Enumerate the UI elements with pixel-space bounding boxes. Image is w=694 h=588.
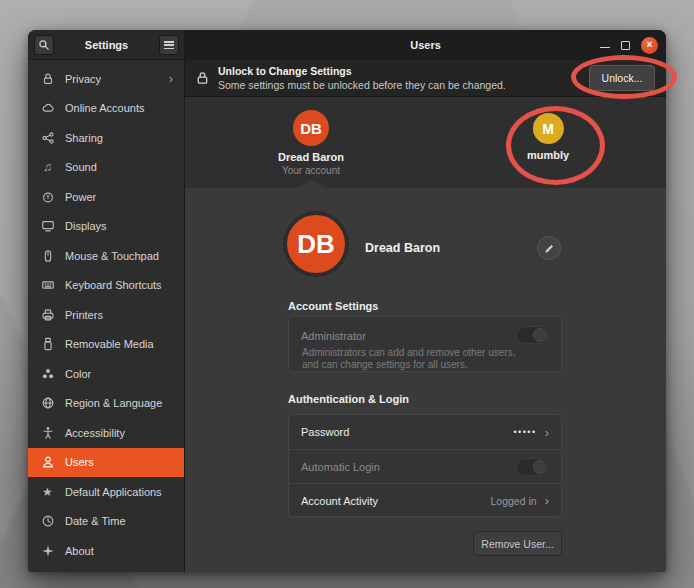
toggle-knob [533,328,547,342]
sidebar-item-date-time[interactable]: Date & Time [28,507,185,537]
hamburger-icon [164,41,174,49]
sidebar-item-keyboard-shortcuts[interactable]: Keyboard Shortcuts [28,271,185,301]
sidebar-item-label: Accessibility [65,427,125,439]
avatar: M [533,113,564,144]
sidebar-item-sharing[interactable]: Sharing [28,123,185,153]
automatic-login-toggle[interactable] [516,458,549,476]
color-icon [40,366,55,381]
infobar-text: Unlock to Change Settings Some settings … [218,65,506,91]
power-icon [40,189,55,204]
sidebar-item-label: Color [65,368,91,380]
sidebar-item-label: Region & Language [65,397,162,409]
account-activity-value: Logged in [491,495,537,507]
sidebar-item-removable-media[interactable]: Removable Media [28,330,185,360]
infobar-title: Unlock to Change Settings [218,65,506,77]
cloud-icon [40,101,55,116]
settings-window: Settings Privacy Online Accounts Shari [28,30,666,572]
sidebar-item-label: Users [65,456,94,468]
sidebar-item-power[interactable]: Power [28,182,185,212]
chevron-right-icon [545,425,549,440]
account-settings-card: Administrator Administrators can add and… [288,316,562,372]
profile-avatar: DB [283,211,349,277]
users-icon [40,455,55,470]
account-activity-row[interactable]: Account Activity Logged in [289,483,561,517]
usb-drive-icon [40,337,55,352]
sidebar-item-label: Privacy [65,73,101,85]
section-authentication-login: Authentication & Login [288,393,409,405]
user-details: DB Dread Baron Account Settings Administ… [185,188,666,572]
sidebar-item-label: Displays [65,220,107,232]
carousel-user-mumbly[interactable]: M mumbly [527,113,569,161]
sidebar-item-label: Date & Time [65,515,126,527]
sidebar-item-label: Sound [65,161,97,173]
sidebar-item-label: Keyboard Shortcuts [65,279,162,291]
password-value: ••••• [513,427,536,437]
edit-name-button[interactable] [537,236,561,260]
remove-user-button[interactable]: Remove User... [473,531,562,556]
sidebar-item-printers[interactable]: Printers [28,300,185,330]
sidebar-item-accessibility[interactable]: Accessibility [28,418,185,448]
pencil-icon [544,243,555,254]
sidebar-item-label: Removable Media [65,338,154,350]
menu-button[interactable] [159,35,179,55]
sidebar-item-displays[interactable]: Displays [28,212,185,242]
sidebar-item-label: Printers [65,309,103,321]
mouse-icon [40,248,55,263]
sidebar-item-privacy[interactable]: Privacy [28,64,185,94]
sidebar-header: Settings [28,30,185,60]
user-name: Dread Baron [278,151,344,163]
sidebar-item-label: Default Applications [65,486,162,498]
user-carousel: DB Dread Baron Your account M mumbly [185,97,666,188]
sparkle-icon [40,543,55,558]
minimize-button[interactable] [600,47,610,48]
sidebar-item-label: Mouse & Touchpad [65,250,159,262]
automatic-login-row: Automatic Login [289,449,561,483]
chevron-right-icon [169,72,173,85]
section-account-settings: Account Settings [288,300,378,312]
user-subtitle: Your account [278,165,344,176]
star-icon: ★ [40,484,55,499]
password-row[interactable]: Password ••••• [289,415,561,449]
share-icon [40,130,55,145]
user-name: mumbly [527,149,569,161]
page-title: Users [185,30,666,60]
password-label: Password [301,426,349,438]
profile-name: Dread Baron [365,241,440,255]
sidebar-item-users[interactable]: Users [28,448,185,478]
sidebar-item-sound[interactable]: ♫ Sound [28,153,185,183]
chevron-right-icon [545,493,549,508]
lock-icon [40,71,55,86]
sidebar-item-color[interactable]: Color [28,359,185,389]
sidebar-item-about[interactable]: About [28,536,185,566]
sidebar-item-online-accounts[interactable]: Online Accounts [28,94,185,124]
globe-icon [40,396,55,411]
account-activity-label: Account Activity [301,495,378,507]
sidebar-item-label: Sharing [65,132,103,144]
carousel-user-dread-baron[interactable]: DB Dread Baron Your account [278,110,344,176]
sidebar-item-region-language[interactable]: Region & Language [28,389,185,419]
unlock-button[interactable]: Unlock... [589,65,655,91]
administrator-description: Administrators can add and remove other … [302,347,530,371]
administrator-label: Administrator [301,330,366,342]
printer-icon [40,307,55,322]
music-note-icon: ♫ [40,160,55,175]
maximize-button[interactable] [621,41,630,50]
keyboard-icon [40,278,55,293]
window-controls: × [600,30,658,60]
authentication-card: Password ••••• Automatic Login Account A… [288,414,562,517]
accessibility-icon [40,425,55,440]
main-panel: Users × Unlock to Change Settings Some s… [185,30,666,572]
automatic-login-label: Automatic Login [301,461,380,473]
close-button[interactable]: × [641,37,658,54]
sidebar-item-default-applications[interactable]: ★ Default Applications [28,477,185,507]
clock-icon [40,514,55,529]
avatar: DB [293,110,329,146]
sidebar-item-mouse-touchpad[interactable]: Mouse & Touchpad [28,241,185,271]
administrator-toggle[interactable] [516,326,549,344]
sidebar: Settings Privacy Online Accounts Shari [28,30,185,572]
toggle-knob [533,460,547,474]
lock-icon [196,71,209,85]
sidebar-item-label: Online Accounts [65,102,145,114]
selected-user-pointer [298,179,324,188]
sidebar-list: Privacy Online Accounts Sharing ♫ Sound [28,61,185,572]
